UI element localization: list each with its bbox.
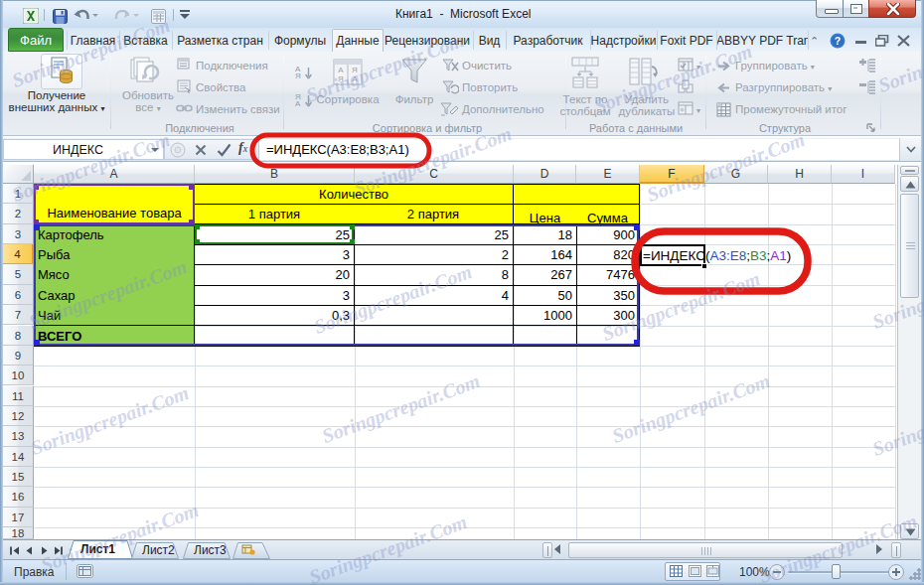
svg-text:А: А [352,74,358,83]
svg-text:Я: Я [338,74,344,83]
svg-text:А: А [338,66,344,74]
svg-text:?: ? [835,35,841,47]
svg-text:Я: Я [352,66,358,74]
